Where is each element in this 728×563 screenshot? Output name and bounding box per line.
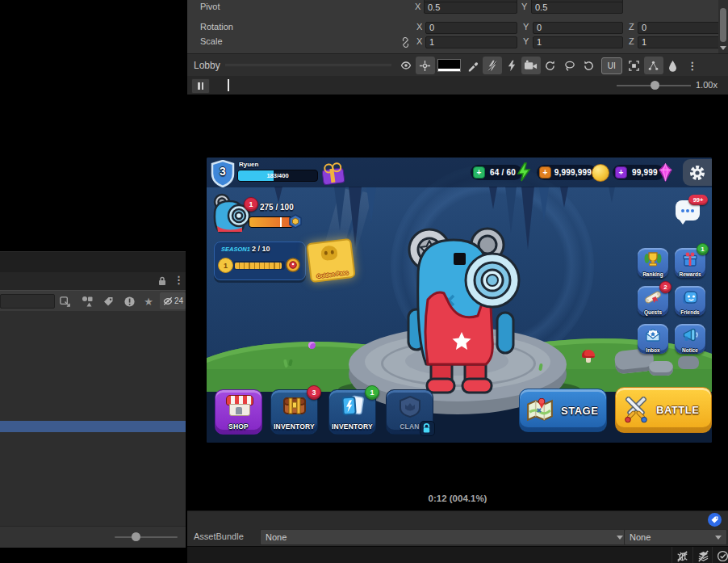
selected-list-item[interactable] <box>0 421 186 432</box>
hero-avatar[interactable] <box>210 191 252 233</box>
particles-icon[interactable] <box>644 57 663 74</box>
gem-icon <box>659 163 672 182</box>
golden-pass-ticket[interactable]: Golden Pass <box>306 238 356 283</box>
nav-inventory-button[interactable]: INVENTORY 3 <box>270 389 318 435</box>
pivot-label: Pivot <box>200 2 220 11</box>
color-swatch[interactable] <box>437 59 461 72</box>
nav-label: INVENTORY <box>271 422 317 431</box>
hero-progress-fill <box>249 217 293 227</box>
coins-pill[interactable]: + 9,999,999 <box>537 165 596 180</box>
assetbundle-dropdown[interactable]: None <box>260 529 629 545</box>
clan-shield-icon <box>398 395 422 418</box>
sidebar-item-notice[interactable]: Notice <box>675 324 705 354</box>
rock <box>649 361 673 376</box>
sidebar-item-label: Rewards <box>675 271 705 277</box>
battle-button[interactable]: BATTLE <box>615 387 712 433</box>
hidden-count-toggle[interactable]: 24 <box>160 292 186 309</box>
refresh-icon[interactable] <box>541 57 560 74</box>
scale-z-field[interactable]: 1 <box>638 36 723 48</box>
asset-tag-button[interactable] <box>708 513 722 527</box>
rotation-y-field[interactable]: 0 <box>533 22 623 34</box>
gems-pill[interactable]: + 99,999 <box>613 165 664 180</box>
sidebar-item-friends[interactable]: Friends <box>675 286 705 316</box>
scrollbar-thumb[interactable] <box>720 8 726 42</box>
chevron-down-icon <box>617 536 623 540</box>
nav-clan-button[interactable]: CLAN <box>386 389 433 435</box>
shop-icon <box>226 395 252 416</box>
sidebar-item-ranking[interactable]: Ranking <box>638 248 668 278</box>
layers-disabled-icon[interactable] <box>692 547 713 563</box>
progress-check-icon[interactable] <box>712 547 728 563</box>
gizmo-icon[interactable] <box>416 57 435 74</box>
bug-disabled-icon[interactable] <box>672 547 692 563</box>
season-panel[interactable]: SEASON1 2 / 10 1 <box>214 242 306 280</box>
speed-slider-handle[interactable] <box>651 81 659 90</box>
variant-dropdown[interactable]: None <box>624 529 727 545</box>
quests-badge: 2 <box>659 281 672 293</box>
timeline-playhead[interactable] <box>228 79 229 91</box>
kebab-menu-icon[interactable]: ⋮ <box>174 274 184 286</box>
more-icon[interactable]: ⋮ <box>683 57 702 74</box>
axis-y-label: Y <box>523 36 529 46</box>
chest-icon <box>282 395 307 416</box>
hero-character[interactable] <box>404 219 525 401</box>
types-icon[interactable] <box>77 292 97 310</box>
game-viewport: 3 Ryuen 183/400 + 64 / 60 <box>187 95 728 510</box>
clan-lock-icon <box>420 422 433 434</box>
lasso-icon[interactable] <box>560 57 579 74</box>
rotate-icon[interactable] <box>579 57 599 74</box>
scale-label: Scale <box>200 36 223 46</box>
scale-x-field[interactable]: 1 <box>425 36 517 48</box>
lock-icon[interactable] <box>157 275 168 290</box>
pause-button[interactable] <box>191 78 210 94</box>
zoom-slider-track[interactable] <box>115 536 178 538</box>
nav-cards-button[interactable]: INVENTORY 1 <box>328 389 376 435</box>
pivot-y-field[interactable]: 0.5 <box>531 2 623 14</box>
season-bar-fill <box>235 263 282 269</box>
favorite-icon[interactable]: ★ <box>139 292 158 310</box>
search-input[interactable] <box>0 294 55 309</box>
energy-pill[interactable]: + 64 / 60 <box>471 165 522 180</box>
gift-icon[interactable] <box>321 162 344 184</box>
stalactite <box>539 187 549 222</box>
mushroom-cap <box>582 350 595 358</box>
energy-add-button[interactable]: + <box>473 166 485 179</box>
scrollbar-down-arrow[interactable] <box>720 46 726 50</box>
water-drop-icon[interactable] <box>663 57 683 74</box>
pick-icon[interactable] <box>55 292 74 310</box>
nav-shop-button[interactable]: SHOP <box>215 389 262 435</box>
stalactite <box>349 187 362 247</box>
rotation-z-field[interactable]: 0 <box>638 22 723 34</box>
eyedropper-icon[interactable] <box>463 57 483 74</box>
visibility-icon[interactable] <box>396 57 416 74</box>
ui-toggle[interactable]: UI <box>601 57 622 74</box>
flash-off-icon[interactable] <box>483 57 502 74</box>
sidebar-item-inbox[interactable]: Inbox <box>638 324 668 354</box>
gems-add-button[interactable]: + <box>615 166 627 179</box>
xp-text: 183/400 <box>238 172 317 179</box>
hex-token-icon <box>288 214 303 229</box>
zoom-slider-handle[interactable] <box>132 532 140 541</box>
alert-icon[interactable] <box>119 292 139 310</box>
flash-icon[interactable] <box>502 57 521 74</box>
sidebar-item-label: Notice <box>675 347 705 353</box>
settings-button[interactable] <box>683 159 712 186</box>
scroll-icon <box>644 289 662 305</box>
hidden-eye-icon <box>162 296 174 306</box>
camera-icon[interactable] <box>521 57 541 74</box>
swords-icon <box>621 397 651 424</box>
inspector-scrollbar[interactable] <box>718 0 728 53</box>
stage-label: STAGE <box>561 405 598 417</box>
coin-icon <box>592 164 609 182</box>
scale-y-field[interactable]: 1 <box>533 36 623 48</box>
tag-icon[interactable] <box>98 292 118 310</box>
pause-bar <box>198 82 200 90</box>
axis-x-label: X <box>416 36 422 46</box>
pivot-x-field[interactable]: 0.5 <box>424 2 517 14</box>
coins-add-button[interactable]: + <box>539 166 551 179</box>
inventory-badge: 3 <box>307 385 321 400</box>
rotation-x-field[interactable]: 0 <box>425 22 517 34</box>
stage-button[interactable]: STAGE <box>519 389 607 432</box>
frame-icon[interactable] <box>625 57 644 74</box>
link-broken-icon[interactable] <box>400 36 411 51</box>
